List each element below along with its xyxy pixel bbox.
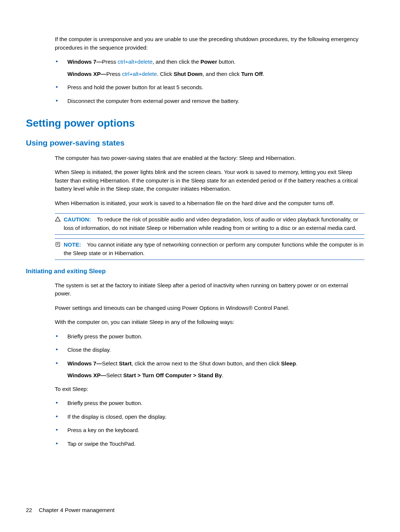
paragraph: Power settings and timeouts can be chang… [55, 304, 364, 312]
list-item: Windows 7—Press ctrl+alt+delete, and the… [55, 58, 364, 78]
os-label-xp: Windows XP— [67, 71, 106, 77]
text: . [263, 71, 264, 77]
text: Select [106, 372, 123, 378]
text: button. [217, 58, 236, 65]
power-label: Power [200, 58, 217, 65]
text: . [296, 360, 297, 367]
os-label-win7: Windows 7— [67, 360, 102, 367]
chapter-label: Chapter 4 Power management [39, 507, 114, 513]
xp-path: Start > Turn Off Computer > Stand By [123, 372, 222, 378]
text: Select [102, 360, 119, 367]
list-item: Tap or swipe the TouchPad. [55, 440, 364, 448]
heading-using-power-saving-states: Using power-saving states [26, 137, 364, 149]
text: Press [102, 58, 118, 65]
list-item: Close the display. [55, 346, 364, 354]
list-item: Press a key on the keyboard. [55, 426, 364, 435]
key-combo: ctrl+alt+delete [118, 58, 153, 65]
turnoff-label: Turn Off [241, 71, 263, 77]
key-combo: ctrl+alt+delete [122, 71, 157, 77]
sleep-label: Sleep [281, 360, 296, 367]
paragraph: To exit Sleep: [55, 385, 364, 394]
heading-setting-power-options: Setting power options [26, 116, 364, 131]
list-item: Briefly press the power button. [55, 399, 364, 408]
intro-paragraph: If the computer is unresponsive and you … [55, 35, 364, 52]
list-item: Briefly press the power button. [55, 332, 364, 341]
note-icon [55, 241, 64, 250]
initiate-sleep-list: Briefly press the power button. Close th… [55, 332, 364, 380]
text: , and then click [203, 71, 241, 77]
paragraph: The system is set at the factory to init… [55, 281, 364, 298]
note-label: NOTE: [64, 241, 81, 248]
caution-label: CAUTION: [64, 216, 91, 222]
text: . [222, 372, 223, 378]
text: . Click [157, 71, 174, 77]
caution-body: To reduce the risk of possible audio and… [64, 216, 358, 231]
list-item: Disconnect the computer from external po… [55, 97, 364, 106]
text: Press [106, 71, 122, 77]
os-label-win7: Windows 7— [67, 58, 102, 65]
list-item: Windows 7—Select Start, click the arrow … [55, 359, 364, 380]
paragraph: With the computer on, you can initiate S… [55, 318, 364, 327]
list-item: If the display is closed, open the displ… [55, 413, 364, 421]
text: , click the arrow next to the Shut down … [131, 360, 281, 367]
paragraph: When Sleep is initiated, the power light… [55, 168, 364, 193]
emergency-procedures-list: Windows 7—Press ctrl+alt+delete, and the… [55, 58, 364, 105]
caution-icon [55, 215, 64, 225]
os-label-xp: Windows XP— [67, 372, 106, 378]
start-label: Start [119, 360, 131, 367]
page-number: 22 [26, 506, 32, 515]
exit-sleep-list: Briefly press the power button. If the d… [55, 399, 364, 448]
page-footer: 22 Chapter 4 Power management [26, 506, 114, 515]
text: , and then click the [153, 58, 200, 65]
note-callout: NOTE: You cannot initiate any type of ne… [55, 238, 364, 260]
heading-initiating-exiting-sleep: Initiating and exiting Sleep [26, 267, 364, 276]
list-item: Press and hold the power button for at l… [55, 83, 364, 92]
shutdown-label: Shut Down [174, 71, 203, 77]
note-body: You cannot initiate any type of networki… [64, 241, 364, 256]
paragraph: When Hibernation is initiated, your work… [55, 199, 364, 208]
paragraph: The computer has two power-saving states… [55, 154, 364, 163]
caution-callout: CAUTION: To reduce the risk of possible … [55, 213, 364, 235]
